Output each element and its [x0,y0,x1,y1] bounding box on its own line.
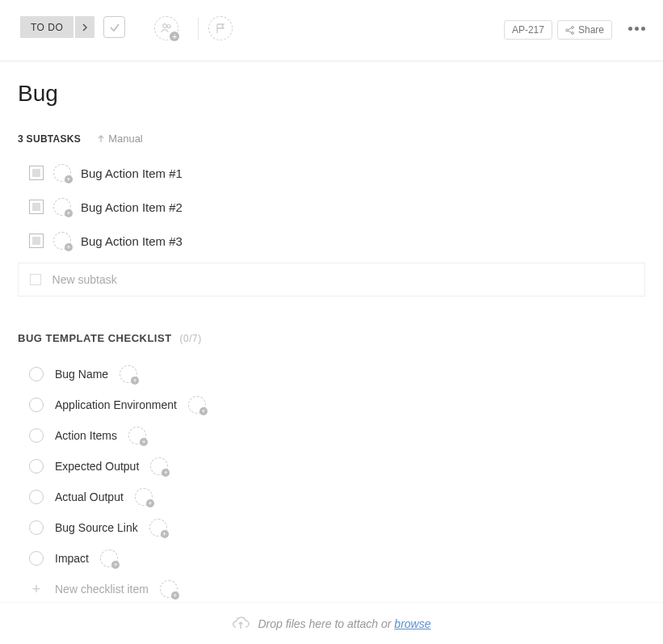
checklist-checkbox[interactable] [29,367,44,381]
toolbar: TO DO + AP-217 Share [0,0,663,61]
subtask-row[interactable]: Bug Action Item #3 [18,224,645,258]
checklist-list: Bug NameApplication EnvironmentAction It… [18,359,645,574]
page-title[interactable]: Bug [18,81,645,107]
plus-icon: + [29,582,44,596]
subtasks-count: 3 SUBTASKS [18,133,81,145]
checklist-section: BUG TEMPLATE CHECKLIST (0/7) Bug NameApp… [18,332,645,629]
browse-link[interactable]: browse [394,617,430,630]
checklist-assign-icon[interactable] [150,457,168,475]
new-subtask-input[interactable] [52,273,633,286]
new-subtask-row[interactable] [18,263,645,297]
complete-button[interactable] [103,16,125,38]
checklist-row[interactable]: Expected Output [18,451,645,482]
subtask-row[interactable]: Bug Action Item #2 [18,190,645,224]
checklist-item-label[interactable]: Actual Output [55,490,124,503]
subtask-checkbox[interactable] [29,200,44,214]
checklist-checkbox[interactable] [29,398,44,412]
subtask-assign-icon[interactable] [53,198,71,216]
checklist-checkbox[interactable] [29,520,44,535]
subtasks-sort-label: Manual [108,133,143,145]
checklist-assign-icon[interactable] [135,488,153,506]
checklist-item-label[interactable]: Application Environment [55,398,177,411]
checklist-checkbox[interactable] [29,428,44,443]
checklist-checkbox[interactable] [29,459,44,474]
checklist-item-label[interactable]: Impact [55,552,89,565]
priority-flag[interactable] [208,16,233,40]
checklist-row[interactable]: Bug Name [18,359,645,389]
issue-id-chip[interactable]: AP-217 [504,20,552,40]
status-next-button[interactable] [75,16,94,38]
subtask-label[interactable]: Bug Action Item #1 [81,166,183,180]
checklist-item-label[interactable]: Bug Source Link [55,521,138,534]
checklist-assign-icon[interactable] [149,519,167,537]
checklist-row[interactable]: Actual Output [18,482,645,512]
subtask-row[interactable]: Bug Action Item #1 [18,156,645,190]
checklist-item-label[interactable]: Bug Name [55,368,108,381]
subtask-label[interactable]: Bug Action Item #2 [81,200,183,214]
arrow-up-icon [97,135,105,143]
assign-ghost-icon[interactable] [160,580,178,598]
status-button[interactable]: TO DO [20,16,73,38]
checklist-row[interactable]: Application Environment [18,389,645,420]
flag-icon [215,23,226,34]
checklist-assign-icon[interactable] [188,396,206,414]
subtasks-sort[interactable]: Manual [97,133,143,145]
svg-point-0 [163,24,167,28]
subtask-assign-icon[interactable] [53,232,71,250]
cloud-upload-icon [232,617,250,631]
checklist-item-label[interactable]: Expected Output [55,460,139,473]
check-icon [109,22,120,33]
checklist-title: BUG TEMPLATE CHECKLIST [18,332,172,344]
ghost-checkbox-icon [30,274,41,285]
share-icon [565,26,574,35]
checklist-checkbox[interactable] [29,490,44,504]
dropzone-text: Drop files here to attach or [258,617,394,630]
checklist-counter: (0/7) [180,333,202,344]
share-button[interactable]: Share [557,20,612,40]
checklist-header[interactable]: BUG TEMPLATE CHECKLIST (0/7) [18,332,645,344]
subtasks-header: 3 SUBTASKS Manual [18,133,645,145]
checklist-row[interactable]: Bug Source Link [18,512,645,543]
new-checklist-label: New checklist item [55,583,149,596]
checklist-row[interactable]: Impact [18,543,645,574]
content: Bug 3 SUBTASKS Manual Bug Action Item #1… [0,61,663,629]
assignee-add[interactable]: + [154,16,178,40]
checklist-checkbox[interactable] [29,551,44,566]
subtask-checkbox[interactable] [29,166,44,180]
more-menu[interactable] [628,27,645,31]
subtask-assign-icon[interactable] [53,164,71,182]
checklist-assign-icon[interactable] [100,549,118,567]
checklist-assign-icon[interactable] [120,365,137,383]
new-checklist-item[interactable]: + New checklist item [18,574,645,604]
checklist-item-label[interactable]: Action Items [55,429,117,442]
checklist-assign-icon[interactable] [128,427,146,444]
subtask-checkbox[interactable] [29,234,44,248]
svg-point-1 [167,25,170,28]
attachment-dropzone[interactable]: Drop files here to attach or browse [0,602,663,644]
toolbar-divider [198,18,199,40]
checklist-row[interactable]: Action Items [18,420,645,451]
subtask-list: Bug Action Item #1Bug Action Item #2Bug … [18,156,645,258]
caret-right-icon [82,23,88,32]
subtask-label[interactable]: Bug Action Item #3 [81,234,183,248]
share-label: Share [578,24,604,36]
